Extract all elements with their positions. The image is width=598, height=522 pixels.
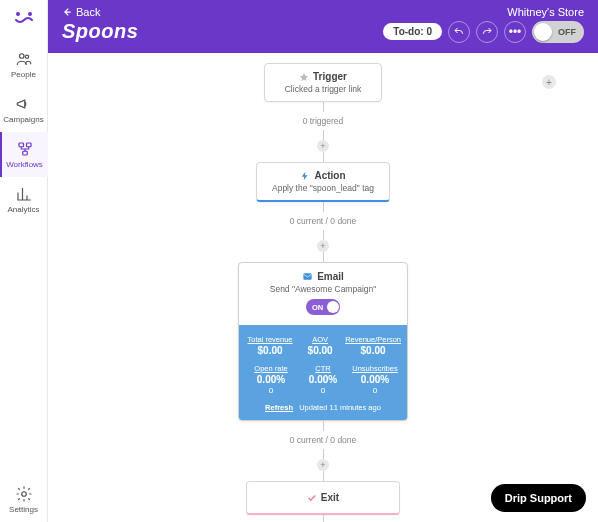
email-on-toggle[interactable]: ON (306, 299, 340, 315)
exit-title: Exit (321, 492, 339, 503)
back-label: Back (76, 6, 100, 18)
toggle-knob (534, 23, 552, 41)
more-button[interactable]: ••• (504, 21, 526, 43)
stat-aov[interactable]: AOV $0.00 (295, 335, 345, 356)
email-node[interactable]: Email Send "Awesome Campaign" ON Total r… (238, 262, 408, 421)
check-icon (307, 493, 317, 503)
store-name: Whitney's Store (507, 6, 584, 18)
bolt-icon (300, 171, 310, 181)
stat-unsubscribes[interactable]: Unsubscribes 0.00% 0 (349, 364, 401, 395)
todo-pill[interactable]: To-do: 0 (383, 23, 442, 40)
action-node[interactable]: Action Apply the "spoon_lead" tag (256, 162, 390, 202)
action-stat: 0 current / 0 done (290, 216, 357, 226)
sidebar-item-label: People (11, 71, 36, 79)
add-trigger-side-button[interactable]: + (542, 75, 556, 89)
svg-point-0 (17, 13, 19, 15)
svg-rect-5 (26, 143, 31, 147)
workflow-toggle[interactable]: OFF (532, 21, 584, 43)
email-stat: 0 current / 0 done (290, 435, 357, 445)
svg-point-1 (29, 13, 31, 15)
add-step-button[interactable]: + (317, 240, 329, 252)
stat-revenue-person[interactable]: Revenue/Person $0.00 (345, 335, 401, 356)
on-knob (327, 301, 339, 313)
page-title: Spoons (62, 20, 138, 43)
header-controls: To-do: 0 ••• OFF (383, 21, 584, 43)
back-button[interactable]: Back (62, 6, 100, 18)
sidebar-item-people[interactable]: People (0, 42, 48, 87)
stat-open-rate[interactable]: Open rate 0.00% 0 (245, 364, 297, 395)
trigger-node[interactable]: Trigger Clicked a trigger link (264, 63, 382, 102)
on-label: ON (312, 303, 323, 312)
sidebar-item-label: Workflows (6, 161, 43, 169)
dots-icon: ••• (509, 25, 522, 39)
workflow-icon (16, 140, 34, 158)
stat-total-revenue[interactable]: Total revenue $0.00 (245, 335, 295, 356)
undo-icon (453, 26, 465, 38)
svg-rect-8 (304, 273, 312, 279)
mail-icon (302, 271, 313, 282)
people-icon (15, 50, 33, 68)
svg-point-3 (25, 55, 28, 58)
undo-button[interactable] (448, 21, 470, 43)
arrow-left-icon (62, 7, 72, 17)
sidebar: People Campaigns Workflows Analytics Set… (0, 0, 48, 522)
toggle-label: OFF (552, 27, 582, 37)
refresh-time: Updated 11 minutes ago (299, 403, 381, 412)
redo-icon (481, 26, 493, 38)
stat-ctr[interactable]: CTR 0.00% 0 (297, 364, 349, 395)
trigger-sub: Clicked a trigger link (273, 84, 373, 94)
sidebar-item-workflows[interactable]: Workflows (0, 132, 48, 177)
drip-support-button[interactable]: Drip Support (491, 484, 586, 512)
trigger-title: Trigger (313, 71, 347, 82)
svg-rect-6 (22, 151, 27, 155)
email-stats: Total revenue $0.00 AOV $0.00 Revenue/Pe… (239, 325, 407, 420)
chart-icon (15, 185, 33, 203)
star-icon (299, 72, 309, 82)
workflow-canvas[interactable]: + Trigger Clicked a trigger link 0 trigg… (48, 53, 598, 522)
exit-node[interactable]: Exit (246, 481, 400, 515)
megaphone-icon (15, 95, 33, 113)
trigger-stat: 0 triggered (303, 116, 344, 126)
sidebar-item-settings[interactable]: Settings (0, 477, 48, 522)
email-sub: Send "Awesome Campaign" (247, 284, 399, 294)
redo-button[interactable] (476, 21, 498, 43)
sidebar-item-campaigns[interactable]: Campaigns (0, 87, 48, 132)
sidebar-item-label: Campaigns (3, 116, 43, 124)
drip-logo (12, 6, 36, 30)
action-title: Action (314, 170, 345, 181)
header: Back Whitney's Store Spoons To-do: 0 ••• (48, 0, 598, 53)
action-sub: Apply the "spoon_lead" tag (265, 183, 381, 193)
svg-rect-4 (19, 143, 24, 147)
refresh-link[interactable]: Refresh (265, 403, 293, 412)
workflow-flow: Trigger Clicked a trigger link 0 trigger… (208, 63, 438, 522)
gear-icon (15, 485, 33, 503)
add-step-button[interactable]: + (317, 140, 329, 152)
email-title: Email (317, 271, 344, 282)
sidebar-item-label: Settings (9, 506, 38, 514)
sidebar-item-analytics[interactable]: Analytics (0, 177, 48, 222)
svg-point-2 (19, 54, 24, 59)
sidebar-item-label: Analytics (7, 206, 39, 214)
main: Back Whitney's Store Spoons To-do: 0 ••• (48, 0, 598, 522)
svg-point-7 (21, 492, 26, 497)
add-step-button[interactable]: + (317, 459, 329, 471)
